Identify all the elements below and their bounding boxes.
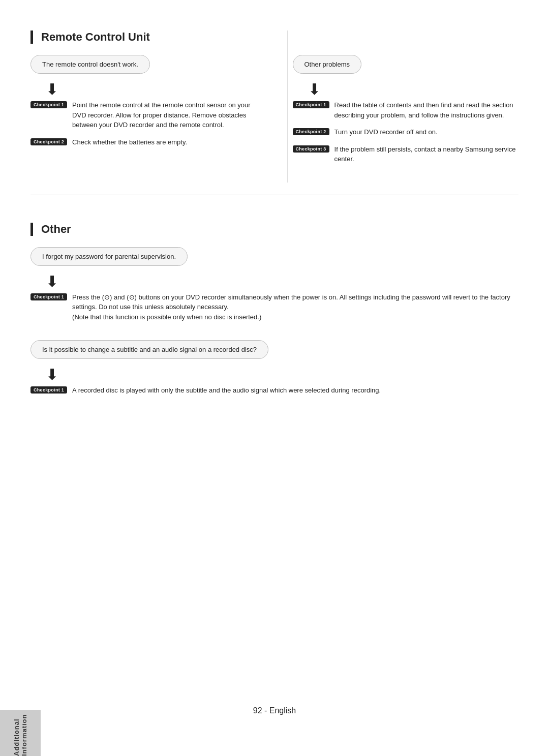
other-title-bar-icon: [30, 223, 33, 236]
checkpoint-row-2: Checkpoint 2 Check whether the batteries…: [30, 137, 257, 147]
right-checkpoint-badge-3: Checkpoint 3: [293, 145, 329, 153]
password-checkpoint-badge-1: Checkpoint 1: [30, 293, 67, 300]
arrow-subtitle-icon: ⬇: [46, 367, 518, 382]
right-checkpoint-1-text: Read the table of contents and then find…: [334, 100, 518, 120]
page: Remote Control Unit The remote control d…: [0, 0, 549, 756]
other-problems-section: Other problems ⬇ Checkpoint 1 Read the t…: [293, 55, 519, 164]
other-problems-text: Other problems: [304, 61, 350, 68]
page-number: 92 - English: [30, 691, 518, 725]
checkpoint-badge-2: Checkpoint 2: [30, 138, 67, 145]
right-checkpoint-badge-2: Checkpoint 2: [293, 128, 329, 135]
right-checkpoint-2-text: Turn your DVD recorder off and on.: [334, 127, 438, 137]
remote-control-section: The remote control doesn't work. ⬇ Check…: [30, 55, 257, 147]
footer-sidebar-bar: Additional Information: [0, 710, 41, 756]
right-checkpoint-row-3: Checkpoint 3 If the problem still persis…: [293, 144, 519, 164]
arrow-down-icon: ⬇: [46, 82, 257, 97]
right-checkpoint-3-text: If the problem still persists, contact a…: [334, 144, 518, 164]
left-column: Remote Control Unit The remote control d…: [30, 31, 267, 183]
remote-control-title-text: Remote Control Unit: [41, 31, 150, 44]
title-bar-icon: [30, 31, 33, 44]
checkpoint-badge-1: Checkpoint 1: [30, 101, 67, 108]
checkpoint-row: Checkpoint 1 Point the remote control at…: [30, 100, 257, 130]
subtitle-problem-text: Is it possible to change a subtitle and …: [42, 346, 257, 353]
subtitle-problem-block: Is it possible to change a subtitle and …: [30, 340, 518, 396]
password-problem-block: I forgot my password for parental superv…: [30, 247, 518, 322]
subtitle-checkpoint-row-1: Checkpoint 1 A recorded disc is played w…: [30, 385, 518, 396]
other-problems-box: Other problems: [293, 55, 362, 74]
remote-control-title: Remote Control Unit: [30, 31, 257, 44]
right-checkpoint-row-1: Checkpoint 1 Read the table of contents …: [293, 100, 519, 120]
section-divider: [30, 195, 518, 195]
arrow-down-right-icon: ⬇: [308, 82, 519, 97]
right-checkpoint-row-2: Checkpoint 2 Turn your DVD recorder off …: [293, 127, 519, 137]
other-title-text: Other: [41, 223, 71, 236]
right-column: Other problems ⬇ Checkpoint 1 Read the t…: [287, 31, 519, 183]
subtitle-checkpoint-badge-1: Checkpoint 1: [30, 386, 67, 394]
other-section-title: Other: [30, 223, 518, 236]
right-checkpoint-badge-1: Checkpoint 1: [293, 101, 329, 108]
two-col-section: Remote Control Unit The remote control d…: [30, 31, 518, 183]
password-problem-text: I forgot my password for parental superv…: [42, 253, 176, 260]
password-checkpoint-row-1: Checkpoint 1 Press the (⊙) and (⊙) butto…: [30, 292, 518, 322]
remote-problem-box: The remote control doesn't work.: [30, 55, 150, 74]
password-problem-box: I forgot my password for parental superv…: [30, 247, 188, 266]
subtitle-problem-box: Is it possible to change a subtitle and …: [30, 340, 268, 359]
password-checkpoint-1-text: Press the (⊙) and (⊙) buttons on your DV…: [72, 292, 518, 322]
page-number-text: 92 - English: [253, 706, 296, 715]
arrow-password-icon: ⬇: [46, 274, 518, 289]
checkpoint-2-text: Check whether the batteries are empty.: [72, 137, 187, 147]
footer-bar-text: Additional Information: [13, 710, 28, 756]
other-section: Other I forgot my password for parental …: [30, 223, 518, 414]
checkpoint-1-text: Point the remote control at the remote c…: [72, 100, 256, 130]
subtitle-checkpoint-1-text: A recorded disc is played with only the …: [72, 385, 381, 396]
remote-problem-text: The remote control doesn't work.: [42, 61, 138, 68]
